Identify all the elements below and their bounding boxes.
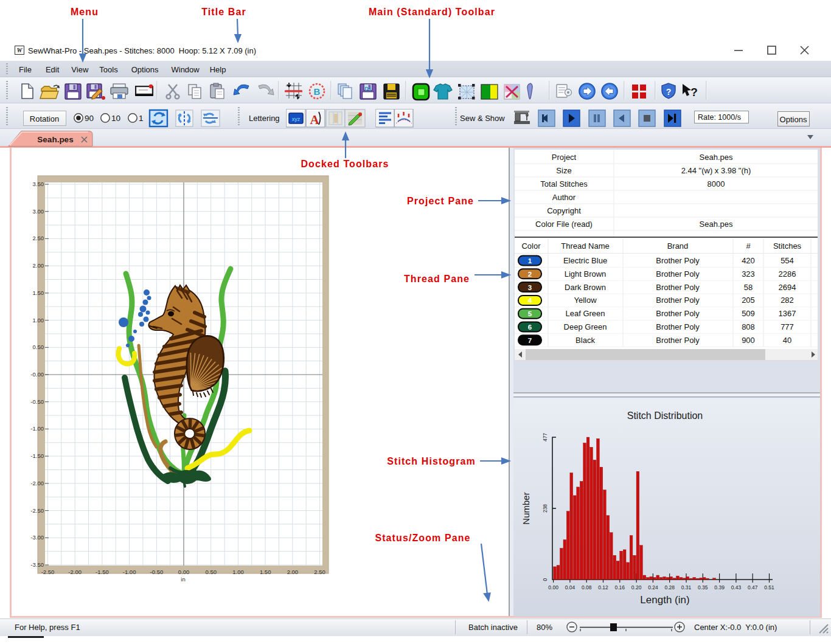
svg-text:2286: 2286: [779, 269, 796, 279]
svg-text:-2.00: -2.00: [68, 569, 82, 575]
svg-text:Brother Poly: Brother Poly: [656, 269, 700, 279]
svg-text:Brother Poly: Brother Poly: [656, 336, 700, 345]
svg-text:Size: Size: [556, 166, 571, 175]
svg-text:777: 777: [781, 322, 794, 331]
svg-text:5: 5: [528, 310, 532, 317]
svg-text:0.50: 0.50: [33, 344, 44, 350]
svg-text:808: 808: [742, 322, 755, 331]
svg-text:in: in: [181, 576, 185, 583]
svg-text:3.50: 3.50: [33, 181, 44, 187]
svg-text:0.31: 0.31: [681, 584, 692, 590]
svg-text:-1.50: -1.50: [30, 452, 44, 459]
svg-text:Brother Poly: Brother Poly: [656, 309, 700, 318]
svg-text:2.50: 2.50: [33, 235, 44, 241]
svg-text:1367: 1367: [779, 309, 796, 318]
svg-text:0.47: 0.47: [748, 584, 758, 590]
svg-text:Dark Brown: Dark Brown: [565, 283, 606, 292]
svg-text:A: A: [310, 113, 319, 127]
svg-text:1.00: 1.00: [33, 317, 44, 324]
svg-text:Brother Poly: Brother Poly: [656, 322, 700, 331]
svg-text:58: 58: [744, 283, 753, 292]
svg-text:8000: 8000: [708, 179, 725, 189]
svg-text:-2.50: -2.50: [30, 507, 44, 514]
svg-text:Yellow: Yellow: [574, 296, 597, 305]
svg-text:?: ?: [690, 86, 698, 99]
svg-text:0.24: 0.24: [648, 584, 658, 590]
svg-text:0.08: 0.08: [582, 584, 592, 590]
svg-text:509: 509: [742, 309, 755, 318]
svg-text:Brother Poly: Brother Poly: [656, 283, 700, 292]
svg-text:Electric Blue: Electric Blue: [563, 256, 607, 265]
svg-text:1: 1: [528, 257, 532, 265]
svg-text:1.00: 1.00: [232, 569, 244, 575]
svg-text:323: 323: [742, 269, 755, 279]
svg-text:90: 90: [85, 114, 94, 123]
svg-text:B: B: [314, 86, 321, 97]
svg-text:2: 2: [528, 271, 532, 278]
svg-text:205: 205: [742, 296, 755, 305]
svg-text:-1.00: -1.00: [30, 425, 44, 432]
svg-text:0.51: 0.51: [764, 584, 774, 590]
svg-text:7: 7: [528, 337, 532, 344]
svg-text:0.12: 0.12: [598, 584, 608, 590]
svg-text:0: 0: [542, 578, 548, 581]
svg-text:Brother Poly: Brother Poly: [656, 296, 700, 305]
svg-text:Thread Name: Thread Name: [561, 241, 609, 251]
svg-text:0.50: 0.50: [206, 569, 217, 575]
svg-text:0.28: 0.28: [664, 584, 675, 590]
svg-text:0.00: 0.00: [178, 569, 190, 575]
svg-text:0.16: 0.16: [615, 584, 625, 590]
svg-text:-3.00: -3.00: [30, 534, 44, 541]
svg-text:Length (in): Length (in): [640, 594, 689, 606]
svg-text:-2.50: -2.50: [41, 569, 55, 575]
svg-text:0.39: 0.39: [714, 584, 725, 590]
svg-text:0.43: 0.43: [731, 584, 742, 590]
svg-text:Stitch Distribution: Stitch Distribution: [627, 410, 703, 421]
svg-text:2.00: 2.00: [287, 569, 299, 575]
svg-text:-2.00: -2.00: [30, 480, 44, 486]
svg-text:-0.00: -0.00: [30, 371, 44, 378]
svg-text:40: 40: [783, 336, 791, 345]
svg-text:238: 238: [542, 504, 548, 513]
svg-text:Seah.pes: Seah.pes: [37, 135, 73, 144]
svg-text:Project: Project: [552, 153, 577, 162]
svg-text:Seah.pes: Seah.pes: [700, 153, 733, 162]
svg-text:-3.50: -3.50: [30, 561, 44, 568]
svg-text:1.50: 1.50: [260, 569, 271, 575]
svg-text:2.44 "(w) x 3.98 "(h): 2.44 "(w) x 3.98 "(h): [681, 166, 751, 175]
svg-text:3: 3: [528, 284, 532, 291]
svg-text:D1: D1: [364, 86, 372, 92]
svg-text:1: 1: [139, 114, 144, 123]
svg-text:Total Stitches: Total Stitches: [540, 179, 588, 189]
svg-text:Color: Color: [521, 241, 541, 251]
svg-text:0.20: 0.20: [631, 584, 642, 590]
svg-text:2.50: 2.50: [314, 569, 325, 575]
svg-text:xyz: xyz: [292, 116, 301, 122]
svg-text:Number: Number: [521, 492, 531, 524]
svg-text:-0.50: -0.50: [150, 569, 164, 575]
svg-text:477: 477: [542, 433, 548, 441]
svg-text:Author: Author: [552, 193, 576, 202]
svg-text:4: 4: [528, 297, 532, 304]
svg-text:3.00: 3.00: [33, 208, 44, 215]
svg-text:2694: 2694: [779, 283, 796, 292]
svg-text:#: #: [746, 241, 751, 251]
svg-text:Stitches: Stitches: [773, 241, 802, 251]
svg-text:0.35: 0.35: [698, 584, 708, 590]
svg-text:282: 282: [781, 296, 794, 305]
svg-text:Color File (read): Color File (read): [535, 220, 593, 229]
svg-text:6: 6: [528, 324, 532, 331]
svg-text:Brand: Brand: [667, 241, 689, 251]
svg-text:Brother Poly: Brother Poly: [656, 256, 700, 265]
svg-text:1.50: 1.50: [33, 289, 44, 296]
svg-text:Light Brown: Light Brown: [565, 269, 607, 279]
svg-text:0.04: 0.04: [565, 584, 575, 590]
svg-text:554: 554: [781, 256, 794, 265]
svg-text:Seah.pes: Seah.pes: [700, 220, 733, 229]
svg-text:Copyright: Copyright: [547, 206, 581, 215]
svg-text:-0.50: -0.50: [30, 398, 44, 405]
svg-text:Deep Green: Deep Green: [564, 322, 607, 331]
svg-text:Leaf Green: Leaf Green: [565, 309, 605, 318]
svg-text:0.00: 0.00: [548, 584, 558, 590]
svg-text:-1.00: -1.00: [123, 569, 136, 575]
